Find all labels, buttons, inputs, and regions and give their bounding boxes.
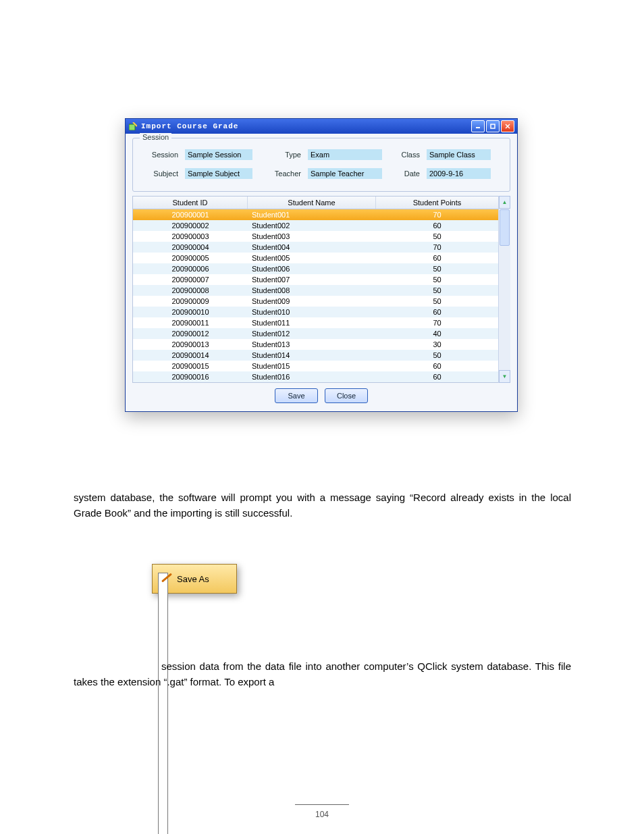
cell-student-points: 70: [376, 242, 498, 253]
cell-student-points: 30: [376, 339, 498, 350]
cell-student-id: 200900013: [133, 339, 248, 350]
table-row[interactable]: 200900006Student00650: [133, 263, 498, 274]
cell-student-name: Student008: [248, 285, 376, 296]
cell-student-points: 50: [376, 274, 498, 285]
table-row[interactable]: 200900011Student01170: [133, 317, 498, 328]
student-table-area: Student ID Student Name Student Points 2…: [132, 196, 510, 383]
label-teacher: Teacher: [259, 170, 301, 178]
table-row[interactable]: 200900012Student01240: [133, 328, 498, 339]
table-row[interactable]: 200900015Student01560: [133, 361, 498, 371]
student-table[interactable]: Student ID Student Name Student Points 2…: [132, 196, 499, 383]
table-row[interactable]: 200900002Student00260: [133, 220, 498, 231]
maximize-button[interactable]: [486, 120, 500, 132]
cell-student-name: Student004: [248, 242, 376, 253]
col-student-points[interactable]: Student Points: [376, 197, 498, 209]
button-bar: Save Close: [132, 383, 510, 406]
table-row[interactable]: 200900014Student01450: [133, 350, 498, 361]
cell-student-id: 200900009: [133, 296, 248, 307]
label-date: Date: [389, 170, 420, 178]
cell-student-points: 70: [376, 209, 498, 220]
table-scrollbar[interactable]: ▲ ▼: [498, 196, 510, 383]
cell-student-points: 60: [376, 253, 498, 263]
save-button[interactable]: Save: [275, 388, 318, 403]
cell-student-points: 60: [376, 371, 498, 382]
cell-student-name: Student016: [248, 371, 376, 382]
table-row[interactable]: 200900005Student00560: [133, 253, 498, 263]
cell-student-name: Student003: [248, 231, 376, 242]
scroll-track[interactable]: [499, 246, 510, 370]
table-row[interactable]: 200900008Student00850: [133, 285, 498, 296]
cell-student-id: 200900014: [133, 350, 248, 361]
save-as-label: Save As: [177, 574, 209, 584]
svg-rect-0: [129, 124, 135, 130]
table-row[interactable]: 200900009Student00950: [133, 296, 498, 307]
cell-student-points: 50: [376, 231, 498, 242]
cell-student-name: Student014: [248, 350, 376, 361]
cell-student-id: 200900004: [133, 242, 248, 253]
table-row[interactable]: 200900016Student01660: [133, 371, 498, 382]
cell-student-name: Student001: [248, 209, 376, 220]
cell-student-points: 60: [376, 361, 498, 371]
import-course-grade-window: Import Course Grade Session Session Samp…: [125, 118, 518, 412]
cell-student-name: Student011: [248, 317, 376, 328]
body-paragraph-2: session data from the data file into ano…: [74, 658, 571, 690]
footer-line: [295, 804, 349, 805]
save-as-icon: [158, 571, 173, 586]
cell-student-id: 200900012: [133, 328, 248, 339]
cell-student-id: 200900008: [133, 285, 248, 296]
value-teacher: Sample Teacher: [308, 168, 382, 179]
cell-student-points: 70: [376, 317, 498, 328]
label-class: Class: [389, 151, 420, 159]
cell-student-name: Student015: [248, 361, 376, 371]
table-row[interactable]: 200900010Student01060: [133, 307, 498, 317]
scroll-up-button[interactable]: ▲: [499, 196, 510, 209]
cell-student-id: 200900016: [133, 371, 248, 382]
cell-student-points: 50: [376, 350, 498, 361]
table-body: 200900001Student00170200900002Student002…: [133, 209, 498, 382]
cell-student-name: Student010: [248, 307, 376, 317]
minimize-button[interactable]: [471, 120, 485, 132]
scroll-thumb[interactable]: [500, 209, 510, 246]
value-type: Exam: [308, 149, 382, 160]
close-button[interactable]: [501, 120, 514, 132]
cell-student-name: Student009: [248, 296, 376, 307]
cell-student-name: Student002: [248, 220, 376, 231]
table-header: Student ID Student Name Student Points: [133, 197, 498, 209]
label-type: Type: [259, 151, 301, 159]
cell-student-points: 40: [376, 328, 498, 339]
session-group-legend: Session: [140, 133, 171, 141]
page-number: 104: [315, 810, 329, 819]
table-row[interactable]: 200900004Student00470: [133, 242, 498, 253]
cell-student-name: Student006: [248, 263, 376, 274]
session-group: Session Session Sample Session Type Exam…: [132, 138, 510, 192]
label-subject: Subject: [141, 170, 178, 178]
titlebar[interactable]: Import Course Grade: [126, 119, 517, 134]
col-student-id[interactable]: Student ID: [133, 197, 248, 209]
cell-student-id: 200900011: [133, 317, 248, 328]
value-session: Sample Session: [185, 149, 252, 160]
cell-student-name: Student007: [248, 274, 376, 285]
page-icon: [158, 573, 168, 834]
close-button-2[interactable]: Close: [325, 388, 368, 403]
cell-student-name: Student005: [248, 253, 376, 263]
scroll-down-button[interactable]: ▼: [499, 370, 510, 383]
table-row[interactable]: 200900001Student00170: [133, 209, 498, 220]
cell-student-id: 200900006: [133, 263, 248, 274]
value-subject: Sample Subject: [185, 168, 252, 179]
cell-student-id: 200900007: [133, 274, 248, 285]
value-date: 2009-9-16: [427, 168, 491, 179]
label-session: Session: [141, 151, 178, 159]
value-class: Sample Class: [427, 149, 491, 160]
cell-student-name: Student012: [248, 328, 376, 339]
app-icon: [128, 122, 138, 131]
col-student-name[interactable]: Student Name: [248, 197, 376, 209]
table-row[interactable]: 200900013Student01330: [133, 339, 498, 350]
cell-student-points: 50: [376, 285, 498, 296]
table-row[interactable]: 200900003Student00350: [133, 231, 498, 242]
cell-student-id: 200900005: [133, 253, 248, 263]
cell-student-name: Student013: [248, 339, 376, 350]
table-row[interactable]: 200900007Student00750: [133, 274, 498, 285]
cell-student-points: 50: [376, 296, 498, 307]
cell-student-id: 200900002: [133, 220, 248, 231]
window-body: Session Session Sample Session Type Exam…: [126, 134, 517, 411]
